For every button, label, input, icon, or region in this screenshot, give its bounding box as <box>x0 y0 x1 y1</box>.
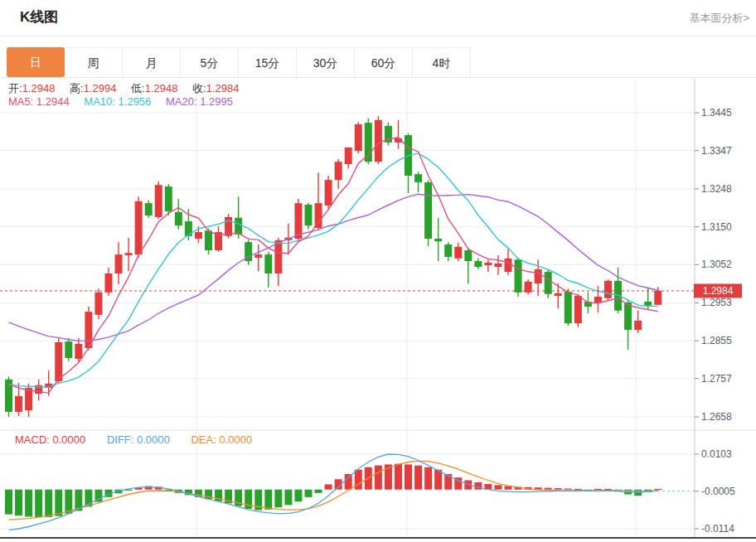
dea-item: DEA: 0.0000 <box>191 433 252 446</box>
macd-bar-up <box>365 467 372 490</box>
candle-up <box>294 203 302 239</box>
macd-label: MACD: <box>15 433 50 446</box>
candle-down <box>444 244 452 257</box>
close-item: 收:1.2984 <box>192 82 239 94</box>
candle-up <box>75 344 82 359</box>
macd-bar-up <box>525 487 532 490</box>
candle-up <box>55 342 62 381</box>
page-title: K线图 <box>20 7 58 27</box>
period-tab-3[interactable]: 5分 <box>181 47 239 77</box>
gridlines <box>0 79 695 537</box>
macd-axis-label: 0.0103 <box>701 448 732 460</box>
candle-up <box>94 293 102 315</box>
dea-value: 0.0000 <box>219 433 252 446</box>
macd-bar-up <box>375 466 382 490</box>
macd-bar-down <box>125 490 133 491</box>
diff-line <box>9 454 658 530</box>
macd-bar-up <box>355 470 362 490</box>
candle-up <box>135 201 143 254</box>
period-tab-0[interactable]: 日 <box>7 47 65 77</box>
macd-bar-up <box>654 489 662 490</box>
macd-bar-down <box>45 490 52 517</box>
close-value: 1.2984 <box>206 82 240 94</box>
pane-borders <box>0 79 756 538</box>
candle-up <box>345 148 352 164</box>
macd-histogram <box>5 464 662 518</box>
candle-down <box>414 174 422 182</box>
current-price-badge: 1.2984 <box>694 283 742 298</box>
candle-up <box>45 384 52 388</box>
macd-bar-down <box>644 490 652 492</box>
candle-up <box>115 254 123 273</box>
macd-bar-up <box>335 479 342 489</box>
macd-axis: 0.0103-0.0005-0.0114 <box>695 448 735 535</box>
period-tab-1[interactable]: 周 <box>65 47 123 77</box>
period-tab-4[interactable]: 15分 <box>239 47 297 77</box>
dea-label: DEA: <box>191 433 216 446</box>
macd-bar-down <box>115 490 123 494</box>
candle-down <box>624 302 632 330</box>
candle-up <box>654 291 662 305</box>
candle-down <box>235 218 242 235</box>
candle-down <box>515 259 522 293</box>
candle-up <box>555 293 562 296</box>
macd-bar-down <box>65 490 72 514</box>
candle-up <box>604 281 612 298</box>
macd-bar-up <box>454 477 462 490</box>
macd-bar-up <box>594 489 602 490</box>
candle-down <box>185 221 192 236</box>
ma20-value: 1.2995 <box>200 95 233 108</box>
ma10-value: 1.2956 <box>119 95 152 108</box>
price-axis-label: 1.3248 <box>701 183 732 195</box>
candle-up <box>85 312 92 348</box>
macd-bar-down <box>254 490 262 511</box>
candle-up <box>454 247 462 259</box>
candle-up <box>395 138 402 143</box>
diff-value: 0.0000 <box>137 433 170 446</box>
macd-bar-up <box>505 486 512 490</box>
dea-line <box>9 461 658 520</box>
macd-bar-up <box>385 464 392 489</box>
period-tab-5[interactable]: 30分 <box>297 47 355 77</box>
kline-page: K线图 基本面分析> 日周月5分15分30分60分4时 开:1.2948 高:1… <box>0 0 756 542</box>
ma20-item: MA20: 1.2995 <box>166 95 233 108</box>
ma5-value: 1.2944 <box>36 95 70 108</box>
price-axis-label: 1.2953 <box>701 297 732 308</box>
candle-up <box>494 264 502 267</box>
macd-bar-down <box>624 490 632 495</box>
macd-bar-up <box>405 464 412 489</box>
candle-down <box>65 341 72 358</box>
period-tab-7[interactable]: 4时 <box>413 47 471 77</box>
candle-down <box>245 242 252 261</box>
high-label: 高: <box>70 82 84 94</box>
candle-down <box>545 272 552 294</box>
candle-up <box>535 269 542 283</box>
candle-down <box>424 182 432 239</box>
macd-bar-up <box>494 485 502 489</box>
candle-down <box>145 203 153 215</box>
candle-down <box>565 292 572 323</box>
svg-text:1.2984: 1.2984 <box>703 285 734 297</box>
ma10-label: MA10: <box>84 95 115 108</box>
candle-up <box>225 217 232 236</box>
macd-axis-label: -0.0005 <box>701 486 735 497</box>
macd-bar-up <box>424 467 432 490</box>
macd-bar-down <box>175 490 182 493</box>
macd-bar-up <box>535 487 542 489</box>
fundamental-analysis-link[interactable]: 基本面分析> <box>689 11 749 26</box>
candle-up <box>315 203 322 228</box>
macd-bar-up <box>555 488 562 490</box>
period-tab-6[interactable]: 60分 <box>355 47 413 77</box>
candles <box>5 116 662 417</box>
high-value: 1.2994 <box>84 82 117 94</box>
macd-bar-down <box>195 490 202 497</box>
macd-bar-down <box>15 490 22 516</box>
candle-up <box>35 385 42 394</box>
header-divider <box>0 36 756 36</box>
price-axis-label: 1.3347 <box>701 145 732 157</box>
low-label: 低: <box>131 82 145 94</box>
candle-down <box>165 186 172 211</box>
period-tabbar: 日周月5分15分30分60分4时 <box>7 47 471 77</box>
period-tab-2[interactable]: 月 <box>123 47 181 77</box>
high-item: 高:1.2994 <box>70 82 116 94</box>
